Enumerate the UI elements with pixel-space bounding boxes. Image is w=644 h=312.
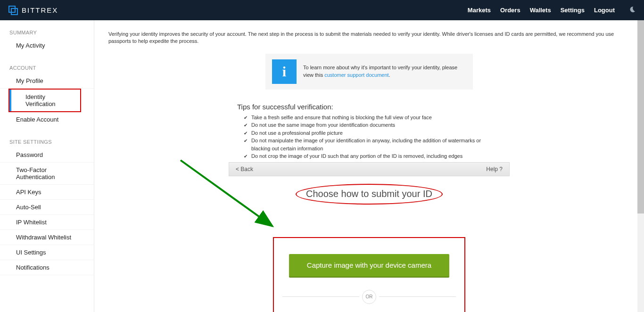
tip-item: Do not crop the image of your ID such th… <box>237 152 501 160</box>
back-button[interactable]: < Back <box>236 166 253 172</box>
nav-markets[interactable]: Markets <box>468 7 491 14</box>
or-divider: OR <box>282 290 456 304</box>
info-icon: i <box>272 59 297 84</box>
nav-settings[interactable]: Settings <box>561 7 585 14</box>
info-text-after: . <box>389 72 390 78</box>
brand-logo-icon <box>8 6 18 15</box>
nav-links: Markets Orders Wallets Settings Logout <box>468 6 636 14</box>
submit-options-box: Capture image with your device camera OR… <box>273 237 465 312</box>
tip-item: Do not use the same image from your iden… <box>237 121 501 129</box>
sidebar: SUMMARY My Activity ACCOUNT My Profile I… <box>0 20 94 312</box>
brand-name: BITTREX <box>22 6 58 14</box>
divider-line <box>379 296 456 297</box>
sidebar-section-summary: SUMMARY <box>0 27 94 38</box>
divider-line <box>282 296 359 297</box>
nav-orders[interactable]: Orders <box>500 7 520 14</box>
sidebar-item-enable-account[interactable]: Enable Account <box>0 112 94 127</box>
sidebar-item-auto-sell[interactable]: Auto-Sell <box>0 200 94 215</box>
sidebar-item-api-keys[interactable]: API Keys <box>0 185 94 200</box>
choose-title-wrap: Choose how to submit your ID <box>108 189 630 199</box>
nav-wallets[interactable]: Wallets <box>530 7 551 14</box>
capture-image-button[interactable]: Capture image with your device camera <box>289 254 449 278</box>
nav-logout[interactable]: Logout <box>594 7 615 14</box>
tips-list: Take a fresh selfie and ensure that noth… <box>237 114 501 160</box>
sidebar-item-identity-verification[interactable]: Identity Verification <box>9 90 80 111</box>
scrollbar-thumb[interactable] <box>637 20 644 213</box>
tip-item: Do not use a professional profile pictur… <box>237 129 501 137</box>
sidebar-item-two-factor[interactable]: Two-Factor Authentication <box>0 163 94 185</box>
intro-text: Verifying your identity improves the sec… <box>108 31 630 45</box>
svg-rect-0 <box>9 6 15 12</box>
main-content: Verifying your identity improves the sec… <box>94 20 644 312</box>
sidebar-item-withdrawal-whitelist[interactable]: Withdrawal Whitelist <box>0 230 94 245</box>
svg-rect-1 <box>11 8 17 15</box>
help-button[interactable]: Help ? <box>486 166 503 172</box>
sidebar-item-ip-whitelist[interactable]: IP Whitelist <box>0 215 94 230</box>
info-banner: i To learn more about why it's important… <box>265 54 473 90</box>
or-label: OR <box>362 290 376 304</box>
sidebar-item-my-activity[interactable]: My Activity <box>0 38 94 53</box>
annotation-red-box-sidebar: Identity Verification <box>8 89 81 112</box>
brand[interactable]: BITTREX <box>8 6 58 15</box>
top-nav: BITTREX Markets Orders Wallets Settings … <box>0 0 644 20</box>
tips-title: Tips for successful verification: <box>237 103 501 111</box>
sidebar-item-ui-settings[interactable]: UI Settings <box>0 245 94 260</box>
sidebar-item-password[interactable]: Password <box>0 148 94 163</box>
tip-item: Do not manipulate the image of your iden… <box>237 137 501 152</box>
dark-mode-icon[interactable] <box>629 6 636 14</box>
tip-item: Take a fresh selfie and ensure that noth… <box>237 114 501 122</box>
info-text: To learn more about why it's important t… <box>303 64 466 79</box>
sidebar-item-notifications[interactable]: Notifications <box>0 260 94 275</box>
customer-support-link[interactable]: customer support document <box>324 72 388 78</box>
sidebar-item-my-profile[interactable]: My Profile <box>0 74 94 89</box>
tips-block: Tips for successful verification: Take a… <box>237 103 501 160</box>
step-nav-bar: < Back Help ? <box>229 162 510 176</box>
sidebar-section-site-settings: SITE SETTIINGS <box>0 136 94 148</box>
choose-title: Choose how to submit your ID <box>306 189 432 199</box>
sidebar-section-account: ACCOUNT <box>0 62 94 74</box>
scrollbar[interactable] <box>637 20 644 312</box>
